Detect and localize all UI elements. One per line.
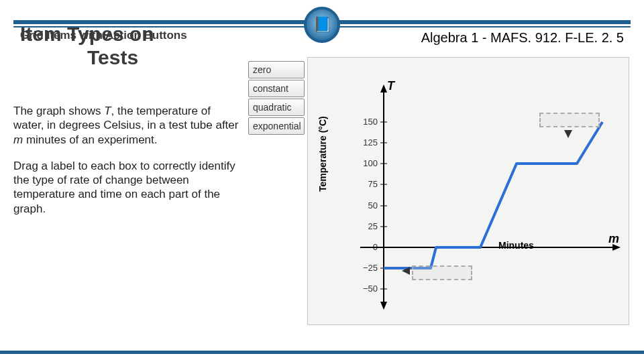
arrowhead-down [380, 302, 387, 310]
slide-title: Item Types on Tests Grid Items with Acti… [20, 23, 241, 42]
standard-code: Algebra 1 - MAFS. 912. F-LE. 2. 5 [421, 30, 624, 46]
svg-text:125: 125 [363, 137, 378, 147]
svg-text:−25: −25 [363, 263, 378, 273]
label-quadratic[interactable]: quadratic [248, 99, 305, 116]
title-subline: Grid Items with Action Buttons [20, 29, 241, 42]
label-exponential[interactable]: exponential [248, 117, 305, 135]
svg-text:150: 150 [363, 117, 378, 127]
label-constant[interactable]: constant [248, 80, 305, 97]
q-var-T: T [104, 105, 111, 117]
school-logo: 📘 [304, 7, 340, 43]
x-var-label: m [608, 232, 619, 245]
y-axis-label: Temperature (°C) [317, 116, 328, 192]
title-line2: Tests [87, 46, 138, 69]
grid-item-tool: zero constant quadratic exponential ✕ De… [248, 57, 631, 325]
arrow-left-icon [402, 267, 410, 275]
drop-target-upper[interactable] [539, 113, 600, 127]
draggable-labels: zero constant quadratic exponential [248, 61, 305, 136]
q-var-m: m [13, 133, 23, 146]
label-zero[interactable]: zero [248, 61, 305, 78]
drop-target-lower[interactable] [412, 265, 472, 280]
svg-text:100: 100 [363, 158, 378, 168]
q-text: minutes of an experiment. [23, 133, 157, 146]
svg-text:−50: −50 [363, 284, 378, 294]
svg-text:25: 25 [368, 221, 378, 231]
q-instructions: Drag a label to each box to correctly id… [13, 159, 241, 216]
x-axis-label: Minutes [498, 240, 534, 251]
temperature-line [384, 122, 602, 268]
question-text: The graph shows T, the temperature of wa… [13, 104, 241, 228]
svg-text:75: 75 [368, 179, 378, 189]
svg-text:50: 50 [368, 200, 378, 210]
arrowhead-up [380, 84, 387, 93]
graph-panel[interactable]: 150 125 100 75 50 25 0 −25 −50 T m Mi [307, 57, 629, 325]
q-text: The graph shows [13, 105, 104, 117]
footer-rule [0, 351, 644, 354]
arrow-down-icon [564, 130, 572, 138]
chart: 150 125 100 75 50 25 0 −25 −50 T m [320, 70, 622, 318]
y-var-label: T [387, 79, 396, 93]
